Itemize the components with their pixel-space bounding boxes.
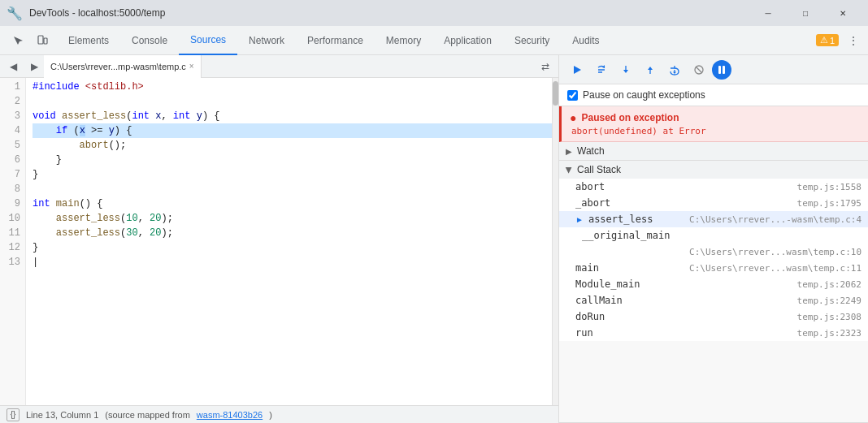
stack-fn: _abort — [575, 197, 794, 209]
tab-bar-right: ⚠ 1 ⋮ — [816, 29, 865, 52]
svg-rect-0 — [38, 36, 43, 44]
stack-item-_abort[interactable]: _abort temp.js:1795 — [559, 195, 868, 211]
callstack-chevron-icon: ▶ — [565, 166, 574, 173]
debug-toolbar — [559, 55, 868, 84]
code-line-10: assert_less(10, 20); — [33, 211, 552, 226]
source-map-link[interactable]: wasm-81403b26 — [197, 410, 263, 420]
stack-fn: run — [575, 327, 794, 339]
device-toolbar-button[interactable] — [31, 29, 54, 52]
tab-bar-left-icons — [3, 29, 57, 52]
code-scrollbar-thumb[interactable] — [553, 81, 558, 106]
tab-application[interactable]: Application — [432, 26, 503, 55]
call-stack-list[interactable]: abort temp.js:1558 _abort temp.js:1795 ►… — [559, 179, 868, 341]
stack-loc: temp.js:2308 — [797, 312, 861, 322]
file-tab-name: C:\Users\rrever...mp-wasm\temp.c — [50, 62, 186, 71]
warning-icon: ⚠ — [820, 35, 828, 45]
inspect-element-button[interactable] — [7, 29, 29, 52]
back-button[interactable]: ◀ — [3, 57, 23, 76]
file-nav-button[interactable]: ⇄ — [536, 57, 555, 76]
stack-loc: temp.js:2249 — [797, 296, 861, 306]
pause-exceptions-checkbox[interactable] — [567, 90, 578, 101]
stack-fn: main — [575, 262, 686, 274]
exception-title: ● Paused on exception — [570, 111, 860, 124]
stack-item-run[interactable]: run temp.js:2323 — [559, 325, 868, 341]
step-into-button[interactable] — [614, 58, 637, 81]
tab-security[interactable]: Security — [503, 26, 561, 55]
tab-bar: Elements Console Sources Network Perform… — [0, 26, 868, 55]
stack-fn: doRun — [575, 311, 794, 322]
code-line-11: assert_less(30, 20); — [33, 226, 552, 240]
svg-marker-2 — [574, 66, 581, 74]
resume-button[interactable] — [566, 58, 588, 81]
stack-fn: abort — [575, 181, 794, 192]
exception-title-text: Paused on exception — [581, 112, 679, 123]
step-out-button[interactable] — [639, 58, 662, 81]
callstack-section: ▶ Call Stack abort temp.js:1558 _abort t… — [559, 161, 868, 423]
minimize-button[interactable]: ─ — [749, 0, 787, 26]
stack-fn: Module_main — [575, 278, 794, 290]
tab-network[interactable]: Network — [237, 26, 296, 55]
stack-item-original_main-loc[interactable]: C:\Users\rrever...wasm\temp.c:10 — [559, 244, 868, 260]
source-map-icon[interactable]: {} — [7, 408, 20, 421]
more-tools-button[interactable]: ⋮ — [842, 29, 865, 52]
tab-elements[interactable]: Elements — [57, 26, 120, 55]
watch-chevron-icon: ▶ — [566, 147, 572, 156]
tab-audits[interactable]: Audits — [561, 26, 610, 55]
close-button[interactable]: ✕ — [824, 0, 861, 26]
file-tab-close[interactable]: × — [189, 62, 194, 71]
svg-marker-5 — [623, 70, 628, 73]
tab-console[interactable]: Console — [120, 26, 179, 55]
line-numbers: 12345 678910 111213 — [0, 78, 26, 405]
file-tab-temp-c[interactable]: C:\Users\rrever...mp-wasm\temp.c × — [44, 55, 202, 78]
code-line-13: | — [33, 255, 552, 270]
watch-section: ▶ Watch — [559, 142, 868, 161]
stack-item-module_main[interactable]: Module_main temp.js:2062 — [559, 276, 868, 292]
tab-sources[interactable]: Sources — [179, 26, 237, 55]
warning-count: 1 — [830, 36, 835, 45]
code-line-9: int main() { — [33, 196, 552, 211]
exception-banner: ● Paused on exception abort(undefined) a… — [559, 106, 868, 142]
tab-memory[interactable]: Memory — [375, 26, 432, 55]
left-panel: ◀ ▶ C:\Users\rrever...mp-wasm\temp.c × ⇄… — [0, 55, 559, 423]
stack-item-abort[interactable]: abort temp.js:1558 — [559, 179, 868, 195]
code-content[interactable]: 12345 678910 111213 #include <stdlib.h> … — [0, 78, 558, 405]
stack-item-main[interactable]: main C:\Users\rrever...wasm\temp.c:11 — [559, 260, 868, 276]
pause-script-button[interactable] — [712, 60, 731, 80]
svg-rect-1 — [44, 38, 47, 44]
step-over-button[interactable] — [590, 58, 613, 81]
svg-marker-7 — [648, 67, 653, 70]
svg-marker-9 — [673, 71, 676, 74]
file-tab-nav: ◀ ▶ — [3, 57, 44, 76]
pause-exceptions-row: Pause on caught exceptions — [559, 84, 868, 106]
deactivate-breakpoints-button[interactable] — [688, 58, 710, 81]
cursor-position: Line 13, Column 1 — [26, 410, 98, 420]
callstack-header[interactable]: ▶ Call Stack — [559, 161, 868, 179]
devtools-icon: 🔧 — [7, 6, 23, 21]
stack-item-assert_less[interactable]: ► assert_less C:\Users\rrever...-wasm\te… — [559, 211, 868, 227]
code-scrollbar[interactable] — [552, 78, 558, 405]
tab-performance[interactable]: Performance — [296, 26, 375, 55]
warning-badge[interactable]: ⚠ 1 — [816, 34, 839, 46]
stack-item-dorun[interactable]: doRun temp.js:2308 — [559, 309, 868, 325]
window-title: DevTools - localhost:5000/temp — [29, 7, 743, 19]
svg-rect-12 — [718, 66, 721, 74]
stack-item-original_main[interactable]: __original_main — [559, 227, 868, 244]
stack-loc: temp.js:1795 — [797, 198, 861, 209]
code-line-2 — [33, 94, 552, 109]
stack-fn: callMain — [575, 295, 794, 306]
maximize-button[interactable]: □ — [787, 0, 824, 26]
forward-button[interactable]: ▶ — [24, 57, 44, 76]
svg-line-11 — [696, 67, 702, 73]
stack-loc: temp.js:1558 — [797, 182, 861, 192]
step-button[interactable] — [663, 58, 686, 81]
source-map-close: ) — [269, 410, 272, 420]
svg-rect-13 — [723, 66, 725, 74]
stack-loc: temp.js:2323 — [797, 328, 861, 339]
watch-header[interactable]: ▶ Watch — [559, 142, 868, 160]
code-line-1: #include <stdlib.h> — [33, 80, 552, 94]
stack-loc: C:\Users\rrever...-wasm\temp.c:4 — [689, 214, 861, 225]
stack-loc: C:\Users\rrever...wasm\temp.c:10 — [689, 247, 861, 257]
stack-item-callmain[interactable]: callMain temp.js:2249 — [559, 292, 868, 309]
current-frame-arrow: ► — [575, 215, 584, 224]
stack-loc: temp.js:2062 — [797, 279, 861, 290]
